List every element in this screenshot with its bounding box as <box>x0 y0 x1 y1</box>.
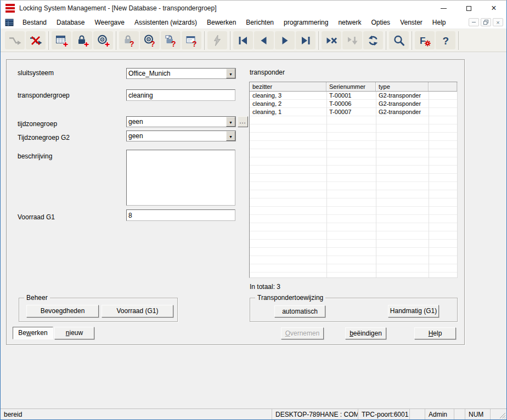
toewijzing-groupbox-title: Transpondertoewijzing <box>255 294 325 302</box>
tijdzonegroep-select[interactable]: geen ▼ <box>126 116 236 127</box>
resize-grip-icon <box>498 411 506 419</box>
mdi-close-button[interactable]: × <box>493 18 503 26</box>
last-record-icon <box>299 34 312 47</box>
mdi-minimize-button[interactable] <box>469 18 479 26</box>
menu-berichten[interactable]: Berichten <box>241 16 279 29</box>
sluitsysteem-value: Office_Munich <box>127 69 226 78</box>
minimize-button[interactable] <box>431 1 456 16</box>
transpondergroep-input[interactable] <box>126 89 235 101</box>
cell-type: G2-transponder <box>376 92 429 100</box>
resize-grip[interactable] <box>490 409 506 419</box>
column-header-type[interactable]: type <box>376 82 429 91</box>
menu-opties[interactable]: Opties <box>366 16 395 29</box>
menu-weergave[interactable]: Weergave <box>89 16 129 29</box>
refresh-button[interactable] <box>363 31 383 49</box>
bewerken-button[interactable]: Bewerken <box>13 327 53 339</box>
cell-bezitter: cleaning, 3 <box>250 92 326 100</box>
tijdzonegroep-g2-select[interactable]: geen ▼ <box>126 130 236 141</box>
new-lock-icon <box>76 34 89 47</box>
tijdzonegroep-g2-dropdown-button[interactable]: ▼ <box>226 131 235 141</box>
automatisch-button[interactable]: automatisch <box>274 305 325 317</box>
status-empty-1 <box>409 409 425 419</box>
next-record-icon <box>278 34 291 47</box>
read-lock-button[interactable]: ? <box>119 31 139 49</box>
chevron-down-icon: ▼ <box>229 120 233 124</box>
svg-text:?: ? <box>150 39 155 47</box>
table-row[interactable]: cleaning, 1 T-00007 G2-transponder <box>250 108 457 116</box>
close-button[interactable]: × <box>481 1 506 16</box>
previous-record-button[interactable] <box>254 31 274 49</box>
programming-task-icon: ? <box>185 34 198 47</box>
menu-netwerk[interactable]: netwerk <box>333 16 366 29</box>
voorraad-g1-input[interactable] <box>126 209 235 221</box>
next-record-button[interactable] <box>275 31 295 49</box>
toolbar-separator <box>48 31 49 50</box>
status-empty-2 <box>454 409 465 419</box>
menu-bar: Bestand Database Weergave Assistenten (w… <box>1 16 506 29</box>
window-controls: × <box>431 1 506 16</box>
sync-arrow-icon <box>8 34 21 47</box>
menu-bestand[interactable]: Bestand <box>18 16 52 29</box>
status-keylock: NUM <box>465 409 490 419</box>
tijdzonegroep-g2-value: geen <box>127 131 226 141</box>
beeindigen-button[interactable]: beëindigen <box>345 327 386 339</box>
help-button[interactable]: ? <box>436 31 455 49</box>
menu-programmering[interactable]: programmering <box>279 16 333 29</box>
table-row[interactable]: cleaning, 3 T-00001 G2-transponder <box>250 92 457 100</box>
table-header-row: bezitter Serienummer type <box>250 82 457 92</box>
mdi-minimize-icon <box>472 22 476 22</box>
search-button[interactable] <box>389 31 409 49</box>
sluitsysteem-dropdown-button[interactable]: ▼ <box>226 69 235 78</box>
navigate-cancel-button[interactable] <box>322 31 341 49</box>
menu-bewerken[interactable]: Bewerken <box>202 16 241 29</box>
column-header-serienummer[interactable]: Serienummer <box>326 82 376 91</box>
table-body: cleaning, 3 T-00001 G2-transponder clean… <box>250 92 457 277</box>
toolbar-separator <box>412 31 412 50</box>
cell-bezitter: cleaning, 1 <box>250 108 326 116</box>
nieuw-button[interactable]: nieuw <box>54 327 94 339</box>
first-record-button[interactable] <box>233 31 253 49</box>
new-lock-button[interactable] <box>72 31 92 49</box>
menu-database[interactable]: Database <box>52 16 89 29</box>
navigate-down-button[interactable] <box>342 31 362 49</box>
mdi-restore-button[interactable] <box>481 18 491 26</box>
svg-text:?: ? <box>171 39 176 47</box>
column-header-bezitter[interactable]: bezitter <box>250 82 326 91</box>
menu-assistenten[interactable]: Assistenten (wizards) <box>129 16 202 29</box>
status-port: TPC-poort:6001 <box>358 409 409 419</box>
new-locking-system-button[interactable] <box>52 31 71 49</box>
last-record-button[interactable] <box>296 31 316 49</box>
transponder-table: bezitter Serienummer type cleaning, 3 T-… <box>249 82 458 278</box>
sync-arrow-button[interactable] <box>5 31 25 49</box>
menu-venster[interactable]: Venster <box>395 16 427 29</box>
read-g1-lock-button[interactable]: ? <box>161 31 181 49</box>
maximize-button[interactable] <box>456 1 481 16</box>
menu-help[interactable]: Help <box>427 16 451 29</box>
column-header-empty <box>429 82 457 91</box>
table-row[interactable]: cleaning, 2 T-00006 G2-transponder <box>250 100 457 108</box>
system-menu-icon[interactable] <box>5 18 14 27</box>
read-lock-icon: ? <box>122 34 136 47</box>
cancel-sync-button[interactable] <box>26 31 46 49</box>
read-transponder-button[interactable]: ? <box>140 31 160 49</box>
new-transponder-button[interactable] <box>93 31 113 49</box>
toolbar-separator <box>230 31 230 50</box>
status-user: Admin <box>425 409 454 419</box>
handmatig-g1-button[interactable]: Handmatig (G1) <box>388 305 439 317</box>
tijdzonegroep-value: geen <box>127 117 226 127</box>
voorraad-g1-button[interactable]: Voorraad (G1) <box>102 305 173 317</box>
programming-task-button[interactable]: ? <box>182 31 201 49</box>
sluitsysteem-select[interactable]: Office_Munich ▼ <box>126 68 236 79</box>
program-flash-button[interactable] <box>207 31 227 49</box>
previous-record-icon <box>257 34 271 47</box>
help-dialog-button[interactable]: Help <box>414 327 456 339</box>
tijdzonegroep-more-button[interactable]: ... <box>238 116 248 127</box>
beschrijving-textarea[interactable] <box>126 150 235 206</box>
status-bar: bereid DESKTOP-789HANE : COM(*) TPC-poor… <box>1 408 506 419</box>
bevoegdheden-button[interactable]: Bevoegdheden <box>26 305 99 317</box>
app-logo-icon <box>5 4 15 13</box>
toolbar-separator <box>318 31 319 50</box>
title-bar: Locking System Management - [New Databas… <box>1 1 506 16</box>
tijdzonegroep-dropdown-button[interactable]: ▼ <box>226 117 235 127</box>
filter-button[interactable]: F <box>415 31 435 49</box>
